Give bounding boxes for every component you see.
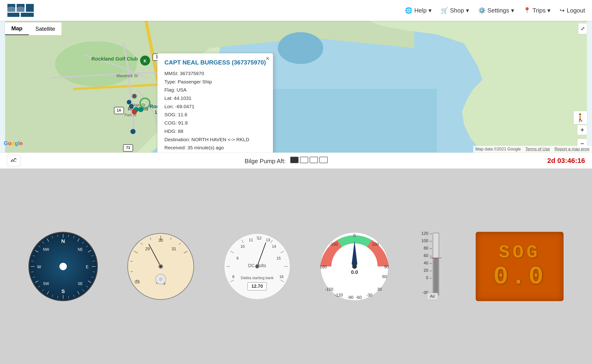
svg-text:30: 30 [377,287,382,292]
nav-shop-label: Shop [450,7,464,14]
fullscreen-button[interactable]: ⤢ [578,23,587,34]
vessel-flag: Flag: USA [164,86,266,94]
settings-chevron-icon: ▾ [511,7,514,14]
nav-trips-label: Trips [533,7,546,14]
svg-text:90: 90 [384,265,389,269]
svg-text:-180: -180 [320,265,327,269]
trips-chevron-icon: ▾ [547,7,550,14]
bilge-ind-3 [310,157,318,163]
header: 🌐 Help ▾ 🛒 Shop ▾ ⚙️ Settings ▾ 📍 Trips … [0,0,592,21]
map-footer: Map data ©2021 Google Terms of Use Repor… [473,146,592,153]
svg-text:0: 0 [353,233,356,238]
toolbar: Bilge Pump Aft: 2d 03:46:16 [0,153,592,169]
help-chevron-icon: ▾ [428,7,432,14]
svg-rect-3 [7,13,20,17]
vessel-marker-blue2[interactable] [129,104,134,109]
svg-text:100: 100 [421,239,428,243]
sog-display: SOG 0.0 [476,232,564,301]
barometer-gauge: 28 29 30 31 inHg [127,233,194,300]
svg-text:Rockland Golf Club: Rockland Golf Club [92,56,138,62]
compass-svg: N E S W NE SE SW NW [28,232,98,301]
svg-text:12: 12 [257,236,262,240]
toolbar-timer: 2d 03:46:16 [547,157,585,165]
voltmeter-svg: 8 9 10 11 12 13 14 15 16 DC Volts Dekka … [224,233,291,300]
logo-icon [7,3,35,17]
map-container[interactable]: K 1 1A 73 Rockland Golf Club Maverick St… [0,21,592,153]
vessel-lat: Lat: 44.1031 [164,94,266,102]
map-svg: K 1 1A 73 Rockland Golf Club Maverick St… [0,21,592,153]
voltmeter-gauge: 8 9 10 11 12 13 14 15 16 DC Volts Dekka … [224,233,291,300]
svg-text:13: 13 [266,238,270,242]
barometer-svg: 28 29 30 31 inHg [127,233,194,300]
vessel-marker-blue1[interactable] [127,100,131,104]
map-toggle-map[interactable]: Map [5,22,29,35]
vessel-cog: COG: 91.9 [164,119,266,127]
vessel-destination: Destination: NORTH HAVEN <-> RKLD [164,136,266,144]
nav-help[interactable]: 🌐 Help ▾ [405,7,431,14]
logout-icon: ↪ [560,7,565,14]
vessel-marker-red[interactable] [132,109,137,114]
vessel-marker-gray[interactable] [132,94,137,99]
compass-container: N E S W NE SE SW NW [28,232,98,301]
svg-text:9: 9 [236,256,238,260]
air-label: Air [427,293,438,300]
svg-text:E: E [86,265,89,269]
svg-point-93 [159,277,163,281]
thermometer-gauge: 120 100 80 60 40 20 0 -30 [419,231,446,302]
svg-text:-120: -120 [335,293,343,298]
vessel-popup-title: CAPT NEAL BURGESS (367375970) [164,59,266,66]
svg-text:120: 120 [421,231,428,236]
voltmeter-value: 12.70 [251,284,263,289]
bilge-label: Bilge Pump Aft: [245,158,286,165]
rpm-gauge: -180 -150 -120 -90 -60 -30 30 60 90 -150… [320,232,389,301]
vessel-type: Type: Passenger Ship [164,78,266,86]
svg-text:1A: 1A [117,108,121,112]
svg-text:10: 10 [241,245,245,248]
svg-text:29: 29 [145,247,150,251]
thermometer-svg: 120 100 80 60 40 20 0 -30 [419,231,446,302]
map-toggle-satellite[interactable]: Satellite [29,22,61,35]
svg-point-72 [59,263,67,270]
vessel-marker-teal2[interactable] [138,107,143,112]
toolbar-bilge: Bilge Pump Aft: [25,157,547,165]
vessel-popup: ✕ CAPT NEAL BURGESS (367375970) MMSI: 36… [157,53,273,153]
svg-text:N: N [61,238,65,244]
svg-text:-150: -150 [325,287,333,292]
svg-text:8: 8 [232,275,234,279]
svg-text:-60: -60 [356,295,362,300]
svg-text:Dekka starting bank: Dekka starting bank [241,276,274,280]
vessel-lon: Lon: -69.0471 [164,102,266,111]
svg-point-91 [160,265,162,268]
nav-logout[interactable]: ↪ Logout [560,7,585,14]
nav: 🌐 Help ▾ 🛒 Shop ▾ ⚙️ Settings ▾ 📍 Trips … [405,7,585,14]
chart-button[interactable] [7,155,20,166]
svg-text:SE: SE [78,282,83,286]
zoom-in-button[interactable]: + [577,125,587,135]
svg-text:K: K [144,59,147,63]
nav-shop[interactable]: 🛒 Shop ▾ [441,7,469,14]
svg-point-7 [278,32,323,64]
svg-text:S: S [61,288,65,294]
svg-text:W: W [37,265,41,269]
streetview-button[interactable]: 🚶 [573,111,587,124]
sog-label: SOG [499,243,540,262]
nav-trips[interactable]: 📍 Trips ▾ [523,7,551,14]
bilge-ind-2 [300,157,308,163]
svg-rect-2 [26,4,34,12]
vessel-hdg: HDG: 88 [164,127,266,136]
nav-settings[interactable]: ⚙️ Settings ▾ [478,7,514,14]
chart-icon [10,157,17,162]
terms-link[interactable]: Terms of Use [525,147,550,151]
popup-close-button[interactable]: ✕ [265,56,270,62]
vessel-sog: SOG: 11.6 [164,110,266,119]
nav-logout-label: Logout [566,7,585,14]
svg-text:NE: NE [78,247,83,251]
map-toggle: Map Satellite [5,22,62,35]
map-data-text: Map data ©2021 Google [475,147,521,151]
svg-point-132 [352,264,357,269]
report-link[interactable]: Report a map error [554,147,590,151]
sog-container: SOG 0.0 [476,232,564,301]
vessel-marker-blue-lower[interactable] [131,129,136,134]
nav-help-label: Help [414,7,427,14]
svg-text:73: 73 [126,146,130,150]
